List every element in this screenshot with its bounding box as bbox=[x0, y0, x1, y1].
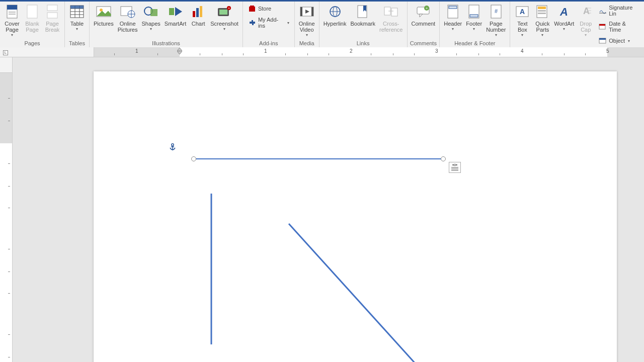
svg-point-74 bbox=[192, 157, 196, 161]
object-label: Object bbox=[609, 38, 625, 44]
signature-line-button[interactable]: Signature Lin bbox=[598, 4, 640, 18]
chevron-down-icon: ▾ bbox=[287, 21, 289, 25]
wordart-label: WordArt bbox=[554, 21, 574, 27]
comment-icon: + bbox=[415, 4, 431, 20]
footer-button[interactable]: Footer ▾ bbox=[464, 3, 484, 33]
group-illustrations-label: Illustrations bbox=[92, 40, 240, 47]
svg-rect-57 bbox=[538, 13, 546, 14]
comment-button[interactable]: + Comment bbox=[410, 3, 438, 28]
date-time-icon bbox=[599, 23, 607, 31]
svg-rect-32 bbox=[300, 7, 302, 16]
quick-parts-icon bbox=[534, 4, 550, 20]
group-pages: Cover Page ▾ Blank Page Page Break Pages bbox=[0, 2, 65, 47]
chevron-down-icon: ▾ bbox=[76, 27, 78, 32]
hanging-indent-marker[interactable] bbox=[177, 47, 182, 51]
shapes-button[interactable]: Shapes ▾ bbox=[140, 3, 163, 33]
pictures-button[interactable]: Pictures bbox=[92, 3, 116, 28]
svg-rect-13 bbox=[70, 6, 84, 9]
page-break-button[interactable]: Page Break bbox=[42, 3, 62, 34]
page[interactable] bbox=[94, 71, 617, 362]
online-pictures-button[interactable]: Online Pictures bbox=[116, 3, 140, 34]
anchor-icon bbox=[169, 143, 176, 151]
addins-icon bbox=[248, 19, 256, 27]
chevron-down-icon: ▾ bbox=[563, 27, 565, 32]
drop-cap-label: Drop Cap bbox=[580, 21, 592, 33]
store-label: Store bbox=[258, 6, 271, 12]
table-button[interactable]: Table ▾ bbox=[67, 3, 87, 33]
store-button[interactable]: Store bbox=[247, 4, 290, 14]
layout-options-button[interactable] bbox=[449, 162, 461, 173]
shapes-label: Shapes bbox=[142, 21, 160, 27]
svg-rect-30 bbox=[250, 6, 254, 7]
table-icon bbox=[69, 4, 85, 20]
ruler-mark: 2 bbox=[350, 48, 353, 54]
smartart-button[interactable]: SmartArt bbox=[163, 3, 188, 28]
chart-label: Chart bbox=[192, 21, 205, 27]
bookmark-button[interactable]: Bookmark bbox=[348, 3, 377, 28]
footer-icon bbox=[466, 4, 482, 20]
signature-line-label: Signature Lin bbox=[609, 5, 639, 17]
header-label: Header bbox=[444, 21, 462, 27]
first-line-indent-marker[interactable] bbox=[177, 51, 182, 55]
my-addins-button[interactable]: My Add-ins ▾ bbox=[247, 16, 290, 30]
page-break-label: Page Break bbox=[45, 21, 60, 33]
pictures-label: Pictures bbox=[94, 21, 114, 27]
group-pages-label: Pages bbox=[2, 40, 62, 47]
svg-rect-26 bbox=[219, 10, 227, 15]
pictures-icon bbox=[96, 4, 112, 20]
document-canvas[interactable] bbox=[13, 57, 644, 362]
vertical-ruler[interactable] bbox=[0, 57, 13, 362]
hyperlink-button[interactable]: Hyperlink bbox=[321, 3, 349, 28]
ruler-mark: 1 bbox=[135, 48, 138, 54]
bookmark-icon bbox=[355, 4, 371, 20]
svg-rect-23 bbox=[196, 8, 199, 17]
date-time-button[interactable]: Date & Time bbox=[598, 20, 640, 34]
svg-rect-67 bbox=[599, 38, 606, 40]
cover-page-button[interactable]: Cover Page ▾ bbox=[2, 3, 22, 39]
cross-reference-button[interactable]: Cross- reference bbox=[377, 3, 405, 34]
horizontal-ruler[interactable]: L 1 1 2 3 4 5 bbox=[0, 47, 644, 57]
group-header-footer-label: Header & Footer bbox=[442, 40, 508, 47]
diagonal-line-shape[interactable] bbox=[287, 222, 433, 362]
ruler-mark: 5 bbox=[606, 48, 609, 54]
svg-point-75 bbox=[441, 157, 446, 161]
svg-text:#: # bbox=[495, 8, 498, 14]
header-button[interactable]: Header ▾ bbox=[442, 3, 464, 33]
svg-text:A: A bbox=[559, 6, 568, 18]
svg-rect-3 bbox=[9, 14, 16, 15]
selected-line-shape[interactable] bbox=[190, 155, 447, 162]
table-label: Table bbox=[70, 21, 84, 27]
online-pictures-label: Online Pictures bbox=[118, 21, 138, 33]
blank-page-label: Blank Page bbox=[25, 21, 39, 33]
text-box-button[interactable]: A Text Box ▾ bbox=[512, 3, 532, 39]
svg-rect-49 bbox=[470, 15, 478, 17]
group-media: Online Video ▾ Media bbox=[295, 2, 319, 47]
ruler-mark: 3 bbox=[435, 48, 438, 54]
vertical-line-shape[interactable] bbox=[210, 194, 213, 344]
blank-page-icon bbox=[24, 4, 40, 20]
chart-button[interactable]: Chart bbox=[188, 3, 208, 28]
svg-rect-65 bbox=[599, 24, 605, 26]
page-number-label: Page Number bbox=[486, 21, 506, 33]
online-video-button[interactable]: Online Video ▾ bbox=[297, 3, 317, 39]
group-comments: + Comment Comments bbox=[408, 2, 440, 47]
tab-selector[interactable]: L bbox=[3, 50, 8, 55]
drop-cap-button[interactable]: A Drop Cap ▾ bbox=[576, 3, 596, 39]
screenshot-button[interactable]: + Screenshot ▾ bbox=[208, 3, 240, 33]
group-tables-label: Tables bbox=[67, 40, 87, 47]
object-button[interactable]: Object ▾ bbox=[598, 36, 640, 46]
comment-label: Comment bbox=[412, 21, 436, 27]
svg-rect-6 bbox=[47, 13, 57, 18]
quick-parts-button[interactable]: Quick Parts ▾ bbox=[532, 3, 552, 39]
cover-page-icon bbox=[4, 4, 20, 20]
wordart-icon: A bbox=[556, 4, 572, 20]
crossref-icon bbox=[383, 4, 399, 20]
group-comments-label: Comments bbox=[410, 40, 438, 47]
ribbon: Cover Page ▾ Blank Page Page Break Pages bbox=[0, 0, 644, 47]
ruler-mark: 4 bbox=[521, 48, 524, 54]
wordart-button[interactable]: A WordArt ▾ bbox=[552, 3, 576, 33]
group-text: A Text Box ▾ Quick Parts ▾ A WordArt ▾ bbox=[510, 2, 644, 47]
page-number-button[interactable]: # Page Number ▾ bbox=[484, 3, 508, 39]
blank-page-button[interactable]: Blank Page bbox=[22, 3, 42, 34]
svg-text:+: + bbox=[426, 6, 428, 11]
